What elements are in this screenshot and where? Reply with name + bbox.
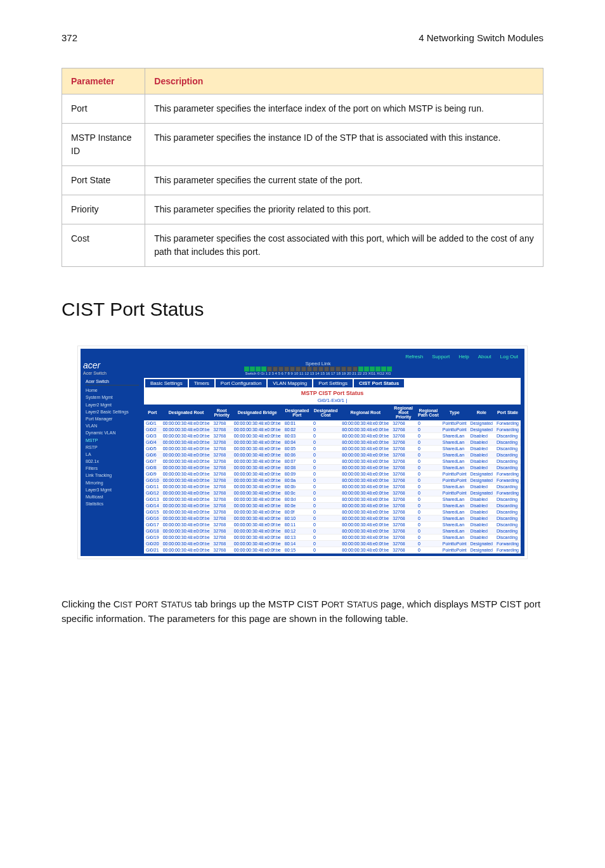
cist-row: Gi0/300:00:00:30:48:e0:0f:be3276800:00:0…: [144, 433, 521, 439]
sidebar-item[interactable]: Layer3 Mgmt: [86, 486, 139, 493]
sidebar-item[interactable]: Layer2 Basic Settings: [86, 408, 139, 415]
toplink[interactable]: Log Out: [500, 354, 518, 360]
param-desc: This parameter specifies the instance ID…: [145, 124, 543, 166]
mstp-cist-header: MSTP CIST Port Status: [144, 387, 521, 398]
cist-row: Gi0/200:00:00:30:48:e0:0f:be3276800:00:0…: [144, 427, 521, 433]
sidebar-item[interactable]: 802.1x: [86, 458, 139, 465]
sidebar-item[interactable]: Home: [86, 387, 139, 394]
port-range-link[interactable]: Gi0/1-Ex0/1 |: [144, 398, 521, 403]
param-desc: This parameter specifies the interface i…: [145, 94, 543, 124]
sidebar-item[interactable]: Filters: [86, 465, 139, 472]
body-paragraph: Clicking the CIST PORT STATUS tab brings…: [62, 597, 543, 626]
sidebar-item[interactable]: Statistics: [86, 500, 139, 507]
col-parameter: Parameter: [62, 68, 145, 94]
speed-caption: Switch 0 Gi 1 2 3 4 5 6 7 8 9 10 11 12 1…: [114, 372, 522, 375]
param-desc: This parameter specifies the cost associ…: [145, 224, 543, 267]
sidebar-item[interactable]: System Mgmt: [86, 394, 139, 401]
cist-col: Port: [144, 405, 161, 420]
cist-row: Gi0/500:00:00:30:48:e0:0f:be3276800:00:0…: [144, 446, 521, 452]
screenshot-figure: RefreshSupportHelpAboutLog Out acer Acer…: [77, 346, 528, 559]
param-name: Port: [62, 94, 145, 124]
sidebar-item[interactable]: MSTP: [86, 437, 139, 444]
toplink[interactable]: Help: [459, 354, 469, 360]
cist-col: Regional Root Priority: [391, 405, 416, 420]
col-description: Description: [145, 68, 543, 94]
param-name: Port State: [62, 166, 145, 195]
cist-col: Role: [469, 405, 495, 420]
cist-row: Gi0/1100:00:00:30:48:e0:0f:be3276800:00:…: [144, 484, 521, 490]
cist-col: Designated Root: [161, 405, 212, 420]
cist-col: Designated Port: [283, 405, 311, 420]
sidebar-item[interactable]: Layer2 Mgmt: [86, 401, 139, 408]
cist-row: Gi0/1900:00:00:30:48:e0:0f:be3276800:00:…: [144, 534, 521, 541]
tab[interactable]: VLAN Mapping: [268, 379, 312, 387]
sidebar-item[interactable]: Link Tracking: [86, 472, 139, 479]
tab[interactable]: Timers: [189, 379, 214, 387]
toplink[interactable]: Support: [432, 354, 450, 360]
tab[interactable]: CIST Port Status: [354, 379, 404, 387]
sidebar-item[interactable]: LA: [86, 451, 139, 458]
param-desc: This parameter specifies the priority re…: [145, 195, 543, 224]
sidebar-title: Acer Switch: [86, 378, 139, 385]
cist-row: Gi0/800:00:00:30:48:e0:0f:be3276800:00:0…: [144, 465, 521, 471]
sidebar: Acer Switch HomeSystem MgmtLayer2 MgmtLa…: [83, 375, 141, 554]
param-name: Priority: [62, 195, 145, 224]
page-number: 372: [62, 33, 77, 42]
cist-row: Gi0/1000:00:00:30:48:e0:0f:be3276800:00:…: [144, 477, 521, 484]
cist-row: Gi0/700:00:00:30:48:e0:0f:be3276800:00:0…: [144, 458, 521, 465]
speed-label: Speed Link: [114, 361, 522, 366]
cist-row: Gi0/400:00:00:30:48:e0:0f:be3276800:00:0…: [144, 439, 521, 446]
cist-port-status-table: PortDesignated RootRoot PriorityDesignat…: [144, 405, 521, 554]
param-desc: This parameter specifies the current sta…: [145, 166, 543, 195]
tab[interactable]: Port Settings: [313, 379, 353, 387]
cist-col: Port State: [495, 405, 521, 420]
cist-row: Gi0/2100:00:00:30:48:e0:0f:be3276800:00:…: [144, 547, 521, 554]
tab[interactable]: Port Configuration: [216, 379, 266, 387]
cist-row: Gi0/1300:00:00:30:48:e0:0f:be3276800:00:…: [144, 496, 521, 503]
tab[interactable]: Basic Settings: [145, 379, 188, 387]
toplink[interactable]: About: [478, 354, 491, 360]
cist-col: Regional Path Cost: [416, 405, 441, 420]
cist-row: Gi0/2000:00:00:30:48:e0:0f:be3276800:00:…: [144, 541, 521, 547]
cist-row: Gi0/900:00:00:30:48:e0:0f:be3276800:00:0…: [144, 471, 521, 477]
cist-col: Root Priority: [212, 405, 232, 420]
cist-row: Gi0/600:00:00:30:48:e0:0f:be3276800:00:0…: [144, 452, 521, 458]
cist-row: Gi0/1400:00:00:30:48:e0:0f:be3276800:00:…: [144, 503, 521, 509]
cist-col: Designated Bridge: [232, 405, 283, 420]
param-name: Cost: [62, 224, 145, 267]
cist-col: Type: [441, 405, 469, 420]
cist-row: Gi0/1500:00:00:30:48:e0:0f:be3276800:00:…: [144, 509, 521, 515]
sidebar-item[interactable]: VLAN: [86, 422, 139, 429]
parameter-table: Parameter Description PortThis parameter…: [62, 68, 543, 267]
section-title: CIST Port Status: [62, 299, 543, 320]
brand-name: acer: [83, 361, 107, 370]
param-name: MSTP Instance ID: [62, 124, 145, 166]
cist-row: Gi0/1700:00:00:30:48:e0:0f:be3276800:00:…: [144, 522, 521, 528]
sidebar-item[interactable]: Multicast: [86, 493, 139, 500]
cist-col: Regional Root: [340, 405, 391, 420]
brand-sub: Acer Switch: [83, 371, 107, 375]
cist-row: Gi0/1600:00:00:30:48:e0:0f:be3276800:00:…: [144, 515, 521, 522]
toplink[interactable]: Refresh: [405, 354, 423, 360]
sidebar-item[interactable]: Port Manager: [86, 415, 139, 422]
sidebar-item[interactable]: RSTP: [86, 444, 139, 451]
cist-row: Gi0/1800:00:00:30:48:e0:0f:be3276800:00:…: [144, 528, 521, 534]
cist-col: Designated Cost: [311, 405, 340, 420]
sidebar-item[interactable]: Mirroring: [86, 479, 139, 486]
chapter-header: 4 Networking Switch Modules: [419, 33, 543, 42]
cist-row: Gi0/100:00:00:30:48:e0:0f:be3276800:00:0…: [144, 420, 521, 427]
sidebar-item[interactable]: Dynamic VLAN: [86, 429, 139, 436]
cist-row: Gi0/1200:00:00:30:48:e0:0f:be3276800:00:…: [144, 490, 521, 496]
